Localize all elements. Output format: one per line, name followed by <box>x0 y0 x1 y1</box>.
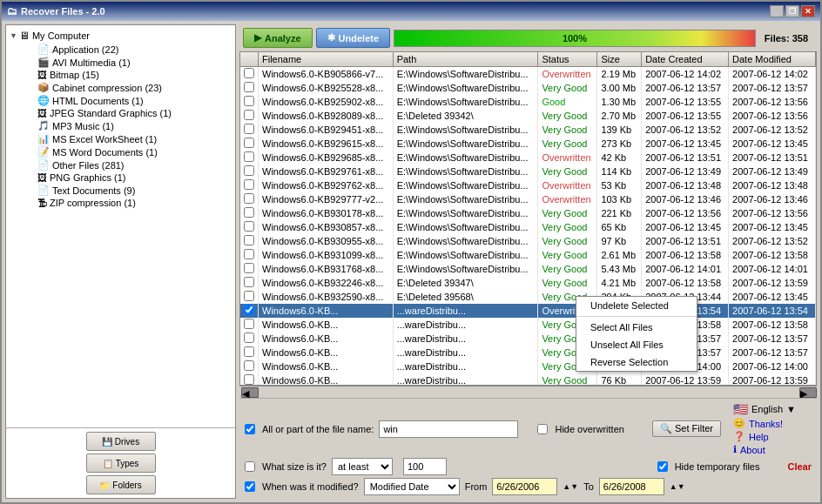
row-checkbox[interactable] <box>244 235 254 245</box>
table-row[interactable]: Windows6.0-KB... ...wareDistribu... Very… <box>240 373 816 386</box>
col-path[interactable]: Path <box>393 52 538 67</box>
table-row[interactable]: Windows6.0-KB928089-x8... E:\Deleted 393… <box>240 109 816 123</box>
row-checkbox[interactable] <box>244 346 254 357</box>
table-row[interactable]: Windows6.0-KB932590-x8... E:\Deleted 395… <box>240 290 816 304</box>
row-checkbox-cell[interactable] <box>240 234 259 248</box>
row-checkbox[interactable] <box>244 291 254 301</box>
table-row[interactable]: Windows6.0-KB925528-x8... E:\Windows\Sof… <box>240 81 816 95</box>
row-checkbox-cell[interactable] <box>240 151 259 165</box>
help-link[interactable]: ❓ Help <box>733 431 812 442</box>
table-row[interactable]: Windows6.0-KB932246-x8... E:\Deleted 393… <box>240 276 816 290</box>
hide-temp-checkbox[interactable] <box>657 461 668 472</box>
row-checkbox-cell[interactable] <box>240 276 259 290</box>
row-checkbox-cell[interactable] <box>240 137 259 151</box>
row-checkbox-cell[interactable] <box>240 178 259 192</box>
filename-input[interactable] <box>379 420 518 438</box>
tree-item[interactable]: 🖼JPEG Standard Graphics (1) <box>24 107 232 119</box>
set-filter-button[interactable]: 🔍 Set Filter <box>652 420 721 437</box>
restore-button[interactable]: ❐ <box>785 5 799 17</box>
tree-root[interactable]: ▼ 🖥 My Computer <box>10 29 232 43</box>
date-to-input[interactable] <box>599 478 664 495</box>
tree-item[interactable]: 🌐HTML Documents (1) <box>24 94 232 107</box>
table-row[interactable]: Windows6.0-KB931768-x8... E:\Windows\Sof… <box>240 262 816 276</box>
col-check[interactable] <box>240 52 259 67</box>
row-checkbox[interactable] <box>244 165 254 176</box>
menu-item-undelete-selected[interactable]: Undelete Selected <box>576 297 697 314</box>
thanks-link[interactable]: 😊 Thanks! <box>733 418 812 429</box>
tree-item[interactable]: 📦Cabinet compression (23) <box>24 81 232 94</box>
row-checkbox-cell[interactable] <box>240 332 259 346</box>
row-checkbox[interactable] <box>244 151 254 162</box>
row-checkbox-cell[interactable] <box>240 123 259 137</box>
size-unit-select[interactable]: at least at most <box>332 458 393 475</box>
tree-area[interactable]: ▼ 🖥 My Computer 📄Application (22)🎬AVI Mu… <box>6 25 235 427</box>
table-row[interactable]: Windows6.0-KB... ...wareDistribu... Very… <box>240 332 816 346</box>
row-checkbox[interactable] <box>244 82 254 92</box>
row-checkbox[interactable] <box>244 333 254 343</box>
file-table-container[interactable]: Filename Path Status Size Date Created D… <box>239 51 817 386</box>
row-checkbox[interactable] <box>244 221 254 232</box>
row-checkbox[interactable] <box>244 124 254 134</box>
hide-overwritten-checkbox[interactable] <box>537 424 548 434</box>
date-from-spin[interactable]: ▲▼ <box>563 482 578 491</box>
row-checkbox[interactable] <box>244 96 254 106</box>
tree-item[interactable]: 📄Application (22) <box>24 43 232 56</box>
tree-item[interactable]: 🗜ZIP compression (1) <box>24 197 232 209</box>
row-checkbox-cell[interactable] <box>240 304 259 318</box>
row-checkbox[interactable] <box>244 110 254 120</box>
row-checkbox-cell[interactable] <box>240 109 259 123</box>
row-checkbox[interactable] <box>244 360 254 371</box>
col-modified[interactable]: Date Modified <box>729 52 816 67</box>
menu-item-unselect-all[interactable]: Unselect All Files <box>576 336 697 353</box>
table-row[interactable]: Windows6.0-KB931099-x8... E:\Windows\Sof… <box>240 248 816 262</box>
tree-item[interactable]: 🎬AVI Multimedia (1) <box>24 56 232 69</box>
date-to-spin[interactable]: ▲▼ <box>670 482 685 491</box>
date-from-input[interactable] <box>492 478 557 495</box>
tree-item[interactable]: 📄Text Documents (9) <box>24 184 232 197</box>
row-checkbox-cell[interactable] <box>240 165 259 178</box>
close-button[interactable]: ✕ <box>801 5 815 17</box>
col-created[interactable]: Date Created <box>642 52 729 67</box>
row-checkbox-cell[interactable] <box>240 192 259 206</box>
row-checkbox[interactable] <box>244 207 254 218</box>
row-checkbox[interactable] <box>244 319 254 329</box>
table-row[interactable]: Windows6.0-KB... ...wareDistribu... Very… <box>240 318 816 332</box>
table-row[interactable]: Windows6.0-KB905866-v7... E:\Windows\Sof… <box>240 67 816 82</box>
row-checkbox[interactable] <box>244 305 254 315</box>
analyze-button[interactable]: ▶ Analyze <box>243 28 313 48</box>
table-row[interactable]: Windows6.0-KB925902-x8... E:\Windows\Sof… <box>240 95 816 109</box>
size-value-input[interactable] <box>403 458 447 475</box>
tree-item[interactable]: 🖼Bitmap (15) <box>24 69 232 81</box>
filename-enabled-checkbox[interactable] <box>245 424 255 434</box>
clear-button[interactable]: Clear <box>787 461 812 472</box>
language-selector[interactable]: 🇺🇸 English ▼ <box>733 402 812 416</box>
table-row[interactable]: Windows6.0-KB929762-x8... E:\Windows\Sof… <box>240 178 816 192</box>
table-row[interactable]: Windows6.0-KB... ...wareDistribu... Over… <box>240 304 816 318</box>
row-checkbox[interactable] <box>244 374 254 385</box>
hscroll-left[interactable]: ◀ <box>241 387 259 398</box>
table-row[interactable]: Windows6.0-KB929761-x8... E:\Windows\Sof… <box>240 165 816 178</box>
folders-button[interactable]: 📁 Folders <box>86 475 156 494</box>
col-filename[interactable]: Filename <box>259 52 394 67</box>
row-checkbox-cell[interactable] <box>240 206 259 220</box>
row-checkbox-cell[interactable] <box>240 262 259 276</box>
row-checkbox-cell[interactable] <box>240 373 259 386</box>
col-status[interactable]: Status <box>538 52 597 67</box>
table-row[interactable]: Windows6.0-KB929777-v2... E:\Windows\Sof… <box>240 192 816 206</box>
tree-item[interactable]: 📝MS Word Documents (1) <box>24 145 232 158</box>
types-button[interactable]: 📋 Types <box>86 454 156 473</box>
table-row[interactable]: Windows6.0-KB930178-x8... E:\Windows\Sof… <box>240 206 816 220</box>
undelete-button[interactable]: ✱ Undelete <box>316 28 390 48</box>
hscrollbar[interactable]: ◀ ▶ <box>239 386 817 398</box>
row-checkbox-cell[interactable] <box>240 95 259 109</box>
row-checkbox-cell[interactable] <box>240 290 259 304</box>
row-checkbox-cell[interactable] <box>240 346 259 360</box>
date-enabled-checkbox[interactable] <box>245 481 255 492</box>
tree-item[interactable]: 📊MS Excel WorkSheet (1) <box>24 132 232 145</box>
minimize-button[interactable]: _ <box>770 5 784 17</box>
row-checkbox-cell[interactable] <box>240 318 259 332</box>
date-type-select[interactable]: Modified Date Created Date <box>364 478 460 495</box>
table-row[interactable]: Windows6.0-KB929451-x8... E:\Windows\Sof… <box>240 123 816 137</box>
menu-item-select-all[interactable]: Select All Files <box>576 319 697 336</box>
row-checkbox-cell[interactable] <box>240 360 259 373</box>
